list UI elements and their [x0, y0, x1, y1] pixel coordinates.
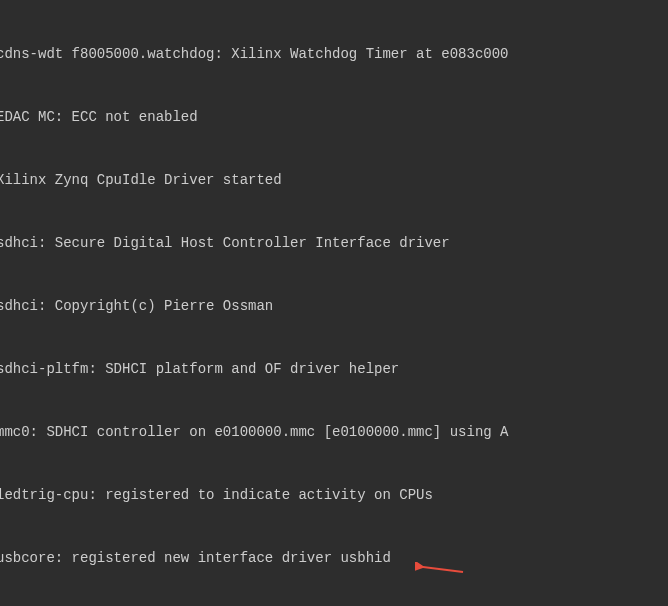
- log-line: cdns-wdt f8005000.watchdog: Xilinx Watch…: [0, 44, 668, 65]
- log-line: Xilinx Zynq CpuIdle Driver started: [0, 170, 668, 191]
- log-line: mmc0: SDHCI controller on e0100000.mmc […: [0, 422, 668, 443]
- log-line: sdhci-pltfm: SDHCI platform and OF drive…: [0, 359, 668, 380]
- log-line: sdhci: Copyright(c) Pierre Ossman: [0, 296, 668, 317]
- terminal-output: cdns-wdt f8005000.watchdog: Xilinx Watch…: [0, 2, 668, 606]
- log-line: sdhci: Secure Digital Host Controller In…: [0, 233, 668, 254]
- log-line: EDAC MC: ECC not enabled: [0, 107, 668, 128]
- log-line: ledtrig-cpu: registered to indicate acti…: [0, 485, 668, 506]
- log-line: usbcore: registered new interface driver…: [0, 548, 668, 569]
